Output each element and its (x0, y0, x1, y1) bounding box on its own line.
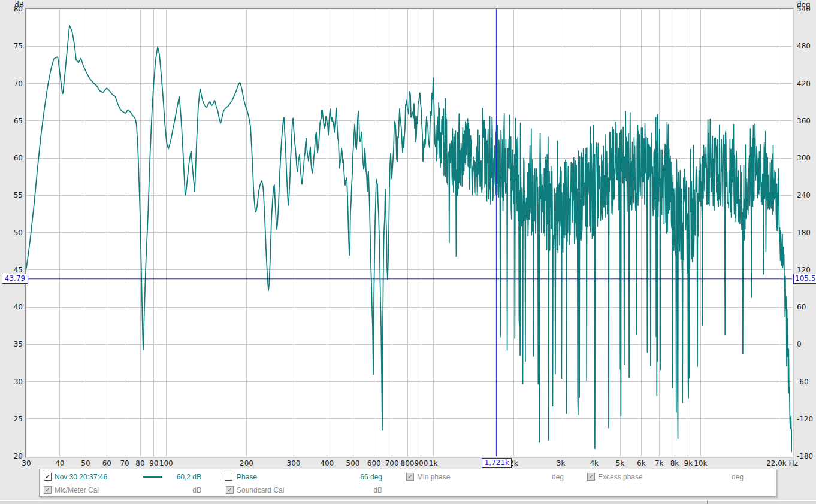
y-axis-label-deg: 540 (797, 5, 811, 13)
mic-meter-cal-label: Mic/Meter Cal (55, 486, 99, 494)
x-axis-label: 6k (637, 459, 646, 467)
y-axis-label-db: 55 (0, 191, 23, 199)
x-axis-label: 90 (149, 459, 158, 467)
y-axis-label-db: 35 (0, 340, 23, 348)
y-axis-label-db: 20 (0, 452, 23, 460)
min-phase-label: Min phase (417, 473, 450, 481)
x-axis-label: 22,0k Hz (766, 459, 798, 467)
y-axis-label-deg: 420 (797, 80, 811, 88)
status-strip-divider (707, 500, 708, 504)
mic-meter-cal-unit: dB (174, 486, 201, 494)
x-axis-label: 8k (670, 459, 679, 467)
y-axis-label-deg: -120 (797, 415, 813, 423)
x-axis-label: 800 (401, 459, 415, 467)
y-axis-label-db: 75 (0, 42, 23, 50)
x-axis-label: 500 (346, 459, 360, 467)
x-axis-label: 3k (557, 459, 566, 467)
x-axis-label: 60 (102, 459, 111, 467)
x-axis-label: 9k (684, 459, 693, 467)
x-axis-label: 1k (429, 459, 438, 467)
y-axis-label-deg: 60 (797, 303, 806, 311)
y-axis-label-db: 60 (0, 154, 23, 162)
x-axis-label: 4k (590, 459, 599, 467)
soundcard-cal-checkbox[interactable]: ✓ (226, 486, 234, 494)
x-axis-label: 900 (414, 459, 428, 467)
min-phase-unit: deg (540, 473, 564, 481)
x-axis-label: 50 (81, 459, 90, 467)
y-axis-label-db: 65 (0, 117, 23, 125)
y-axis-label-db: 45 (0, 266, 23, 274)
trace-color-sample (143, 476, 162, 478)
soundcard-cal-label: Soundcard Cal (237, 486, 284, 494)
y-axis-label-deg: -60 (797, 378, 809, 386)
excess-phase-label: Excess phase (598, 473, 643, 481)
x-axis-label: 80 (135, 459, 144, 467)
rew-spl-window: dB deg 80757065605550454035302520 540480… (0, 0, 816, 504)
x-axis-label: 300 (287, 459, 301, 467)
min-phase-checkbox[interactable]: ✓ (406, 473, 414, 481)
x-axis-label: 7k (655, 459, 664, 467)
cursor-db-readout: 43,79 (2, 274, 28, 284)
y-axis-label-db: 40 (0, 303, 23, 311)
mic-meter-cal-checkbox[interactable]: ✓ (44, 486, 52, 494)
x-axis-label: 10k (694, 459, 707, 467)
y-axis-label-deg: 240 (797, 191, 811, 199)
y-axis-label-db: 80 (0, 5, 23, 13)
x-axis-label: 600 (367, 459, 381, 467)
x-axis-label: 70 (120, 459, 129, 467)
y-axis-label-db: 25 (0, 415, 23, 423)
spl-chart-svg (26, 9, 792, 456)
spl-trace (26, 25, 792, 451)
y-axis-label-deg: 180 (797, 229, 811, 237)
cursor-level-value: 60,2 dB (174, 473, 201, 481)
soundcard-cal-unit: dB (348, 486, 382, 494)
phase-label[interactable]: Phase (237, 473, 257, 481)
excess-phase-unit: deg (720, 473, 744, 481)
cursor-frequency-readout: 1,721k (482, 458, 512, 468)
y-axis-label-db: 30 (0, 378, 23, 386)
cursor-phase-value: 66 deg (348, 473, 382, 481)
x-axis-label: 100 (159, 459, 173, 467)
y-axis-label-db: 50 (0, 229, 23, 237)
measurement-checkbox[interactable]: ✓ (44, 473, 52, 481)
y-axis-label-deg: 300 (797, 154, 811, 162)
x-axis-label: 30 (22, 459, 31, 467)
cursor-deg-readout: 105,5 (793, 274, 816, 284)
status-strip (0, 500, 816, 504)
y-axis-label-db: 70 (0, 80, 23, 88)
legend-panel: ✓ Nov 30 20:37:46 60,2 dB Phase 66 deg ✓… (39, 469, 776, 497)
y-axis-label-deg: 120 (797, 266, 811, 274)
y-axis-label-deg: 480 (797, 42, 811, 50)
excess-phase-checkbox[interactable]: ✓ (587, 473, 595, 481)
x-axis-label: 700 (385, 459, 399, 467)
y-axis-label-deg: 360 (797, 117, 811, 125)
x-axis-label: 40 (55, 459, 64, 467)
phase-checkbox[interactable] (225, 473, 232, 481)
y-axis-label-deg: 0 (797, 340, 802, 348)
y-axis-label-deg: -180 (797, 452, 813, 460)
plot-area[interactable] (25, 8, 794, 458)
x-axis-label: 5k (616, 459, 625, 467)
x-axis-label: 400 (320, 459, 334, 467)
x-axis-label: 200 (240, 459, 253, 467)
measurement-label[interactable]: Nov 30 20:37:46 (55, 473, 107, 481)
